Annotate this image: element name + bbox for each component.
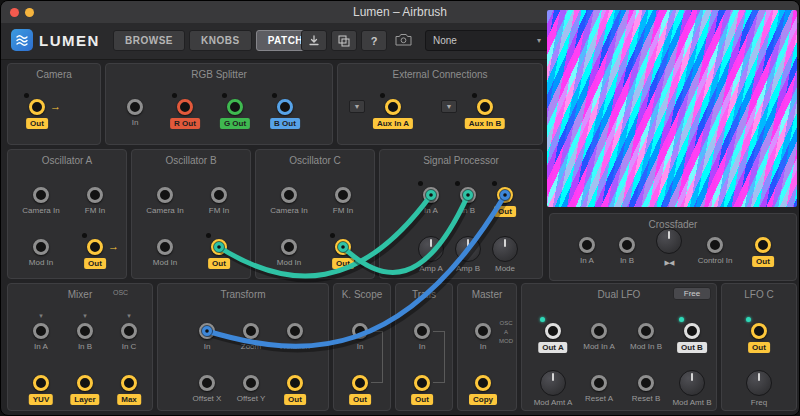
oscillator-a-fm-in-jack[interactable]	[87, 187, 103, 203]
led-indicator	[746, 317, 751, 322]
dual-lfo-mod-amt-a-label: Mod Amt A	[534, 398, 573, 407]
external-connections-aux-in-b-jack[interactable]	[477, 99, 493, 115]
oscillator-b-mod-in-label: Mod In	[153, 258, 177, 267]
tab-browse[interactable]: BROWSE	[113, 30, 185, 51]
signal-processor-in-a-jack[interactable]	[423, 187, 439, 203]
dual-lfo-out-b-jack[interactable]	[684, 323, 700, 339]
oscillator-c-fm-in-jack[interactable]	[335, 187, 351, 203]
k-scope-in-jack[interactable]	[352, 323, 368, 339]
trails-in-jack[interactable]	[414, 323, 430, 339]
mixer-yuv-jack[interactable]	[33, 375, 49, 391]
crossfader-in-b-jack[interactable]	[619, 237, 635, 253]
k-scope-out-label: Out	[349, 394, 371, 405]
mixer-in-b-jack[interactable]	[77, 323, 93, 339]
dual-lfo-out-b-label: Out B	[677, 342, 707, 353]
transform-in-jack[interactable]	[199, 323, 215, 339]
oscillator-a-out-jack[interactable]	[87, 239, 103, 255]
oscillator-a-title: Oscillator A	[8, 155, 126, 166]
master-in-jack[interactable]	[475, 323, 491, 339]
oscillator-b-mod-in-jack[interactable]	[157, 239, 173, 255]
aux-a-source-dropdown[interactable]: ▼	[349, 100, 365, 113]
rgb-splitter-in-jack[interactable]	[127, 99, 143, 115]
rgb-splitter-b-out-jack[interactable]	[277, 99, 293, 115]
transform-offset-x-jack[interactable]	[199, 375, 215, 391]
download-icon	[308, 35, 320, 47]
dual-lfo-mod-in-a-jack[interactable]	[591, 323, 607, 339]
crossfader-in-a-label: In A	[580, 256, 594, 265]
signal-processor-mode-label: Mode	[495, 264, 515, 273]
signal-processor-amp-a-knob[interactable]	[418, 236, 444, 262]
oscillator-a-camera-in-jack[interactable]	[33, 187, 49, 203]
transform-out-jack[interactable]	[287, 375, 303, 391]
view-tabs: BROWSE KNOBS PATCH	[113, 30, 315, 51]
crossfader-control-in-jack[interactable]	[707, 237, 723, 253]
save-preset-button[interactable]	[301, 30, 327, 51]
oscillator-b-camera-in-label: Camera In	[146, 206, 183, 215]
dual-lfo-mod-amt-a-knob[interactable]	[540, 370, 566, 396]
dual-lfo-mod-amt-b-knob[interactable]	[679, 370, 705, 396]
oscillator-c-out-jack[interactable]	[335, 239, 351, 255]
routing-arrow-icon: ▾	[83, 312, 87, 319]
oscillator-c-title: Oscillator C	[256, 155, 374, 166]
transform-title: Transform	[158, 289, 328, 300]
mixer-layer-jack[interactable]	[77, 375, 93, 391]
tab-knobs[interactable]: KNOBS	[189, 30, 252, 51]
mixer-in-a-label: In A	[34, 342, 48, 351]
crossfader-out-jack[interactable]	[755, 237, 771, 253]
rgb-splitter-g-out-label: G Out	[220, 118, 250, 129]
master-title: Master	[458, 289, 516, 300]
oscillator-c-mod-in-jack[interactable]	[281, 239, 297, 255]
transform-zoom-jack[interactable]	[243, 323, 259, 339]
free-running-toggle[interactable]: Free	[673, 287, 711, 300]
rgb-splitter-r-out-jack[interactable]	[177, 99, 193, 115]
crossfader-in-a-jack[interactable]	[579, 237, 595, 253]
dual-lfo-reset-a-jack[interactable]	[591, 375, 607, 391]
layout-button[interactable]	[331, 30, 357, 51]
dual-lfo-out-a-jack[interactable]	[545, 323, 561, 339]
oscillator-b-fm-in-jack[interactable]	[211, 187, 227, 203]
dual-lfo-mod-in-a-label: Mod In A	[583, 342, 615, 351]
oscillator-b-out-jack[interactable]	[211, 239, 227, 255]
oscillator-b-camera-in-jack[interactable]	[157, 187, 173, 203]
oscillator-a-out-label: Out	[84, 258, 106, 269]
dual-lfo-mod-in-b-jack[interactable]	[638, 323, 654, 339]
lumen-logo-icon	[11, 29, 33, 51]
mixer-in-a-jack[interactable]	[33, 323, 49, 339]
rgb-splitter-g-out-jack[interactable]	[227, 99, 243, 115]
lfo-c-freq-knob[interactable]	[746, 370, 772, 396]
rgb-splitter-title: RGB Splitter	[106, 69, 332, 80]
oscillator-b-title: Oscillator B	[132, 155, 250, 166]
master-copy-jack[interactable]	[475, 375, 491, 391]
preview-display	[547, 10, 797, 207]
external-connections-title: External Connections	[338, 69, 542, 80]
transform-rotation-label: Rotation	[280, 342, 310, 351]
signal-processor-in-b-jack[interactable]	[460, 187, 476, 203]
signal-processor-out-jack[interactable]	[497, 187, 513, 203]
help-button[interactable]: ?	[361, 30, 387, 51]
dual-lfo-reset-b-jack[interactable]	[638, 375, 654, 391]
lfo-c-out-jack[interactable]	[751, 323, 767, 339]
mixer-in-c-jack[interactable]	[121, 323, 137, 339]
trails-flow-bracket	[433, 331, 445, 383]
mixer-max-jack[interactable]	[121, 375, 137, 391]
preset-dropdown[interactable]: None ▾	[425, 30, 549, 51]
panels-icon	[338, 35, 350, 47]
rgb-splitter-b-out-label: B Out	[270, 118, 300, 129]
trails-out-jack[interactable]	[414, 375, 430, 391]
oscillator-a-mod-in-jack[interactable]	[33, 239, 49, 255]
camera-out-jack[interactable]	[29, 99, 45, 115]
signal-processor-amp-b-knob[interactable]	[455, 236, 481, 262]
aux-b-source-dropdown[interactable]: ▼	[441, 100, 457, 113]
camera-icon[interactable]	[395, 32, 412, 50]
crossfader-mix-knob[interactable]	[656, 228, 682, 254]
transform-offset-y-jack[interactable]	[243, 375, 259, 391]
signal-processor-amp-a-label: Amp A	[419, 264, 443, 273]
signal-processor-mode-knob[interactable]	[492, 236, 518, 262]
led-indicator	[330, 233, 335, 238]
oscillator-c-camera-in-jack[interactable]	[281, 187, 297, 203]
external-connections-aux-in-a-jack[interactable]	[385, 99, 401, 115]
preset-dropdown-value: None	[433, 35, 457, 46]
transform-rotation-jack[interactable]	[287, 323, 303, 339]
module-master: Master	[457, 283, 517, 411]
k-scope-out-jack[interactable]	[352, 375, 368, 391]
